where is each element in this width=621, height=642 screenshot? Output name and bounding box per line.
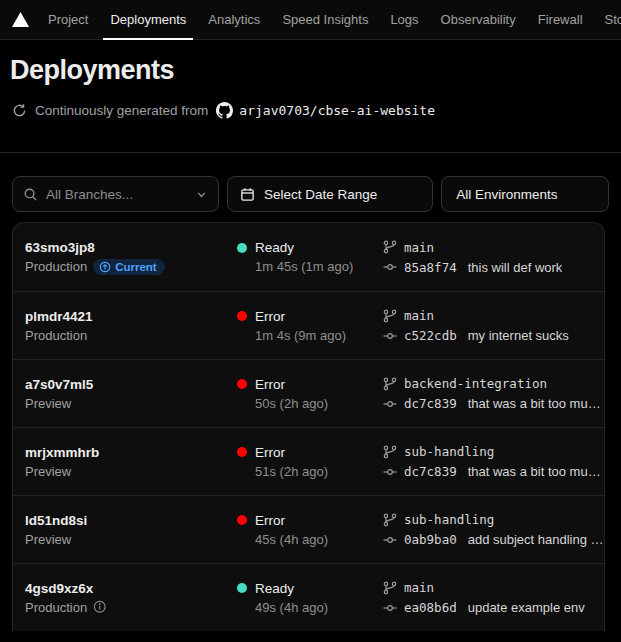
deployment-row[interactable]: ld51nd8si Preview Current	[13, 495, 604, 563]
status-label: Ready	[255, 581, 294, 596]
github-icon	[216, 102, 233, 119]
status-dot	[237, 447, 247, 457]
commit-message: this will def work	[468, 260, 563, 275]
status-time: 51s (2h ago)	[237, 464, 383, 479]
deployment-environment: Preview	[25, 396, 71, 411]
environments-label: All Environments	[456, 187, 557, 202]
deployment-source-column: sub-handling 0ab9ba0 add subject handlin…	[383, 512, 604, 547]
git-branch-icon	[383, 581, 397, 595]
page-title: Deployments	[10, 55, 611, 86]
current-badge: Current	[93, 259, 165, 275]
status-dot	[237, 243, 247, 253]
repo-name[interactable]: arjav0703/cbse-ai-website	[239, 103, 435, 118]
chevron-down-icon[interactable]	[195, 188, 208, 201]
status-time: 1m 45s (1m ago)	[237, 259, 383, 274]
deployment-id-column: 4gsd9xz6x Production Current	[25, 581, 237, 615]
deployment-id: mrjxmmhrb	[25, 445, 237, 460]
generated-from-row: Continuously generated from arjav0703/cb…	[10, 102, 611, 119]
git-commit-icon	[383, 533, 397, 547]
deployment-row[interactable]: a7s0v7ml5 Preview Current	[13, 359, 604, 427]
deployment-id-column: ld51nd8si Preview Current	[25, 513, 237, 547]
nav-tab-firewall[interactable]: Firewall	[527, 0, 594, 39]
status-label: Error	[255, 445, 285, 460]
deployment-id: a7s0v7ml5	[25, 377, 237, 392]
deployment-row[interactable]: 4gsd9xz6x Production Current	[13, 563, 604, 631]
git-commit-icon	[383, 601, 397, 615]
git-commit-icon	[383, 397, 397, 411]
status-label: Error	[255, 377, 285, 392]
deployment-source-column: sub-handling dc7c839 that was a bit too …	[383, 444, 604, 479]
nav-tab-storage[interactable]: Storage	[594, 0, 621, 39]
deployment-status-column: Ready 1m 45s (1m ago)	[237, 240, 383, 274]
status-time: 49s (4h ago)	[237, 600, 383, 615]
branch-name[interactable]: main	[404, 308, 434, 323]
commit-message: that was a bit too mu…	[468, 396, 601, 411]
deployment-status-column: Error 50s (2h ago)	[237, 377, 383, 411]
nav-tab-speed-insights[interactable]: Speed Insights	[271, 0, 379, 39]
info-icon[interactable]	[93, 600, 107, 614]
branch-filter[interactable]	[12, 176, 219, 212]
vercel-logo-icon[interactable]	[12, 12, 29, 27]
nav-tab-project[interactable]: Project	[37, 0, 99, 39]
branch-search-input[interactable]	[46, 187, 187, 202]
deployment-source-column: main c522cdb my internet sucks	[383, 308, 604, 343]
calendar-icon	[240, 187, 255, 202]
status-label: Ready	[255, 240, 294, 255]
nav-tab-deployments[interactable]: Deployments	[99, 0, 197, 39]
deployments-list: 63smo3jp8 Production Current	[12, 222, 605, 631]
git-branch-icon	[383, 445, 397, 459]
branch-name[interactable]: sub-handling	[404, 444, 494, 459]
deployment-id: plmdr4421	[25, 309, 237, 324]
commit-hash[interactable]: dc7c839	[404, 396, 457, 411]
page-header: Deployments Continuously generated from …	[0, 55, 621, 119]
branch-name[interactable]: main	[404, 580, 434, 595]
deployment-row[interactable]: 63smo3jp8 Production Current	[13, 223, 604, 291]
nav-tab-observability[interactable]: Observability	[430, 0, 527, 39]
commit-hash[interactable]: ea08b6d	[404, 600, 457, 615]
status-label: Error	[255, 513, 285, 528]
status-time: 45s (4h ago)	[237, 532, 383, 547]
deployment-id: 4gsd9xz6x	[25, 581, 237, 596]
filters-bar: Select Date Range All Environments	[0, 153, 621, 212]
commit-hash[interactable]: dc7c839	[404, 464, 457, 479]
branch-name[interactable]: main	[404, 240, 434, 255]
commit-hash[interactable]: 85a8f74	[404, 260, 457, 275]
status-label: Error	[255, 309, 285, 324]
git-branch-icon	[383, 377, 397, 391]
environments-select[interactable]: All Environments	[441, 176, 609, 212]
status-time: 1m 4s (9m ago)	[237, 328, 383, 343]
status-dot	[237, 379, 247, 389]
nav-tab-logs[interactable]: Logs	[379, 0, 429, 39]
git-commit-icon	[383, 465, 397, 479]
top-nav: ProjectDeploymentsAnalyticsSpeed Insight…	[0, 0, 621, 40]
commit-message: that was a bit too mu…	[468, 464, 601, 479]
git-commit-icon	[383, 329, 397, 343]
commit-message: update example env	[468, 600, 585, 615]
date-range-button[interactable]: Select Date Range	[227, 176, 433, 212]
sync-icon	[12, 103, 27, 118]
deployment-environment: Production	[25, 600, 87, 615]
deployment-row[interactable]: plmdr4421 Production Current	[13, 291, 604, 359]
status-time: 50s (2h ago)	[237, 396, 383, 411]
branch-name[interactable]: sub-handling	[404, 512, 494, 527]
git-branch-icon	[383, 240, 397, 254]
deployment-id-column: 63smo3jp8 Production Current	[25, 240, 237, 275]
commit-message: my internet sucks	[468, 328, 569, 343]
commit-hash[interactable]: c522cdb	[404, 328, 457, 343]
deployment-environment: Production	[25, 259, 87, 274]
git-commit-icon	[383, 260, 397, 274]
generated-from-label: Continuously generated from	[35, 103, 208, 118]
commit-hash[interactable]: 0ab9ba0	[404, 532, 457, 547]
branch-name[interactable]: backend-integration	[404, 376, 547, 391]
repo-link[interactable]: arjav0703/cbse-ai-website	[216, 102, 435, 119]
deployment-environment: Production	[25, 328, 87, 343]
deployment-id-column: plmdr4421 Production Current	[25, 309, 237, 343]
deployment-status-column: Error 1m 4s (9m ago)	[237, 309, 383, 343]
deployment-id-column: a7s0v7ml5 Preview Current	[25, 377, 237, 411]
status-dot	[237, 311, 247, 321]
deployment-source-column: main ea08b6d update example env	[383, 580, 604, 615]
nav-tab-analytics[interactable]: Analytics	[197, 0, 271, 39]
deployment-environment: Preview	[25, 464, 71, 479]
status-dot	[237, 515, 247, 525]
deployment-row[interactable]: mrjxmmhrb Preview Current	[13, 427, 604, 495]
